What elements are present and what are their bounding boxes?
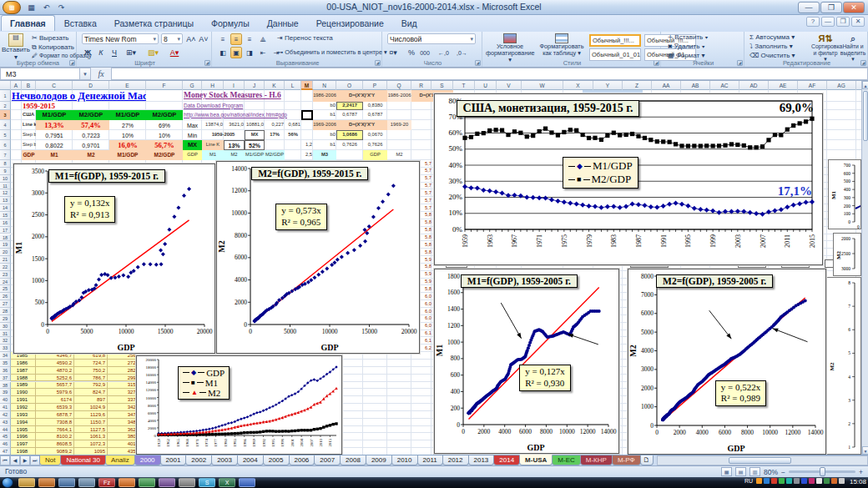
cell-B6[interactable]: Step b1 <box>22 140 36 150</box>
cell-O6[interactable]: 0,7626 <box>336 140 363 150</box>
font-size-select[interactable]: 8▾ <box>161 33 183 44</box>
ribbon-tab-Вид[interactable]: Вид <box>393 16 426 32</box>
halign-icon-1[interactable]: ▣ <box>230 47 242 58</box>
skype-taskbar-icon[interactable]: S <box>199 478 215 487</box>
ribbon-tab-Формулы[interactable]: Формулы <box>203 16 258 32</box>
table-cell-value[interactable]: 724,7 <box>74 360 108 366</box>
row-header-6[interactable]: 6 <box>0 140 11 150</box>
find-select-button[interactable]: ⌕Найти и выделить ▾ <box>840 33 866 63</box>
monitor-taskbar-icon[interactable] <box>78 478 95 487</box>
cell-D7[interactable]: М2 <box>73 150 109 160</box>
column-header-J[interactable]: J <box>245 81 265 90</box>
cell-A1[interactable]: Нечволодов о Денежной Массе <box>11 90 146 102</box>
cell-E4[interactable]: 27% <box>109 120 146 130</box>
bold-button[interactable]: Ж <box>82 47 93 58</box>
cell-H6[interactable]: Line K <box>202 140 224 150</box>
cell-F6[interactable]: 56,7% <box>146 140 183 150</box>
sheet-tab-M-EC[interactable]: M-EC <box>552 455 580 465</box>
chart-main[interactable]: 0%10%20%30%40%50%60%70%80%19591963196719… <box>434 93 823 265</box>
row-header-43[interactable]: 43 <box>0 419 11 426</box>
column-header-H[interactable]: H <box>202 81 224 90</box>
row-header-35[interactable]: 35 <box>0 360 11 367</box>
sheet-tab-Analiz[interactable]: Analiz <box>105 455 135 465</box>
row-header-34[interactable]: 34 <box>0 352 11 360</box>
row-header-36[interactable]: 36 <box>0 367 11 375</box>
formula-input[interactable] <box>111 68 868 80</box>
row-header-26[interactable]: 26 <box>0 293 11 300</box>
row-header-37[interactable]: 37 <box>0 375 11 382</box>
media-taskbar-icon[interactable] <box>139 478 155 487</box>
row-header-11[interactable]: 11 <box>0 183 11 190</box>
window-taskbar-icon[interactable] <box>239 478 255 487</box>
sheet-tab-М-РФ[interactable]: М-РФ <box>612 455 641 465</box>
tray-icon-4[interactable] <box>786 478 792 484</box>
cell-F3[interactable]: M2/GDP <box>146 110 183 120</box>
cell-J4[interactable]: 10881,0 <box>245 120 265 130</box>
close-button[interactable]: ✕ <box>843 2 865 13</box>
table-cell-value[interactable]: 897 <box>74 396 108 403</box>
ribbon-tab-Разметка страницы[interactable]: Разметка страницы <box>106 16 202 32</box>
row-header-29[interactable]: 29 <box>0 315 11 323</box>
table-cell-year[interactable]: 1996 <box>11 433 36 440</box>
start-button[interactable] <box>2 477 13 488</box>
row-header-25[interactable]: 25 <box>0 285 11 293</box>
cell-I7[interactable]: М2 <box>224 150 245 160</box>
cell-L4[interactable]: 0,681 <box>285 120 301 130</box>
cell-P6[interactable]: 0,7626 <box>363 140 387 150</box>
column-header-AC[interactable]: AC <box>710 81 739 90</box>
folder-taskbar-icon[interactable] <box>18 478 35 487</box>
name-box-dropdown-icon[interactable]: ▼ <box>80 68 91 80</box>
zoom-out-icon[interactable]: − <box>781 468 785 476</box>
row-header-28[interactable]: 28 <box>0 308 11 315</box>
cell-K5[interactable]: 17% <box>265 130 285 140</box>
cell-C3[interactable]: M1/GDP <box>36 110 73 120</box>
table-cell-value[interactable]: 1127,5 <box>74 426 108 433</box>
halign-icon-0[interactable]: ◧ <box>217 47 229 58</box>
cell-P3[interactable]: 0,6787 <box>363 110 387 120</box>
row-header-30[interactable]: 30 <box>0 323 11 330</box>
cell-G4[interactable]: Max <box>183 120 202 130</box>
column-header-Y[interactable]: Y <box>593 81 623 90</box>
table-cell-value[interactable]: 1024,9 <box>74 404 108 410</box>
fill-button[interactable]: ⤵ Заполнить ▾ <box>749 43 793 50</box>
cell-O1[interactable]: D=(X'X)'X'Y <box>336 90 387 102</box>
ribbon-tab-Вставка[interactable]: Вставка <box>56 16 105 32</box>
row-header-46[interactable]: 46 <box>0 440 11 448</box>
tray-icon-11[interactable] <box>839 478 845 484</box>
table-cell-year[interactable]: 1995 <box>11 426 36 433</box>
row-header-33[interactable]: 33 <box>0 345 11 352</box>
mini-chart-2[interactable]: 87654321М2 <box>826 277 861 455</box>
group-alignment-dialog-launcher-icon[interactable]: ◢ <box>375 60 381 66</box>
cell-style-2[interactable]: Обычный_01_01... <box>589 48 641 61</box>
merge-center-button[interactable]: ⊶ Объединить и поместить в центре ▾ <box>277 48 387 56</box>
cell-L5[interactable]: 56% <box>285 130 301 140</box>
column-header-AA[interactable]: AA <box>652 81 681 90</box>
cell-D4[interactable]: 57,4% <box>73 120 109 130</box>
cell-O4[interactable]: D=(X'X)'X'Y <box>336 120 387 130</box>
cell-G5[interactable]: Min <box>183 130 202 140</box>
cell-G1[interactable]: Money Stock Measures - H.6 <box>183 90 285 102</box>
tray-icon-10[interactable] <box>831 478 837 484</box>
scroll-up-icon[interactable]: ▲ <box>862 81 868 89</box>
restore-button[interactable]: ❐ <box>820 2 842 13</box>
cell-C5[interactable]: 0,7951 <box>36 130 73 140</box>
cell-N2[interactable]: b0 <box>313 102 336 110</box>
firefox-taskbar-icon[interactable] <box>119 478 135 487</box>
halign-icon-3[interactable]: ⇤ <box>257 47 269 58</box>
underline-button[interactable]: Ч <box>108 47 120 58</box>
insert-cells-button[interactable]: 🞣 Вставить ▾ <box>668 33 708 42</box>
chart-ts[interactable]: 0200040006000800010000120001400016000180… <box>136 355 342 455</box>
vertical-scroll-thumb[interactable] <box>863 91 868 141</box>
sheet-nav-icon-0[interactable]: ⏮ <box>0 455 10 465</box>
accounting-format-icon[interactable]: ¤▾ <box>387 47 399 58</box>
cell-N6[interactable]: b1 <box>313 140 336 150</box>
cell-K7[interactable]: M2/GDP <box>265 150 285 160</box>
cell-N4[interactable]: 1969-2006 <box>313 120 336 130</box>
paste-button[interactable]: ▤Вставить ▾ <box>2 33 30 62</box>
halign-icon-2[interactable]: ◨ <box>244 47 255 58</box>
group-font-dialog-launcher-icon[interactable]: ◢ <box>204 60 210 66</box>
column-header-N[interactable]: N <box>313 81 336 90</box>
column-header-AD[interactable]: AD <box>739 81 769 90</box>
display-taskbar-icon[interactable] <box>58 478 75 487</box>
cell-N3[interactable]: b1 <box>313 110 336 120</box>
